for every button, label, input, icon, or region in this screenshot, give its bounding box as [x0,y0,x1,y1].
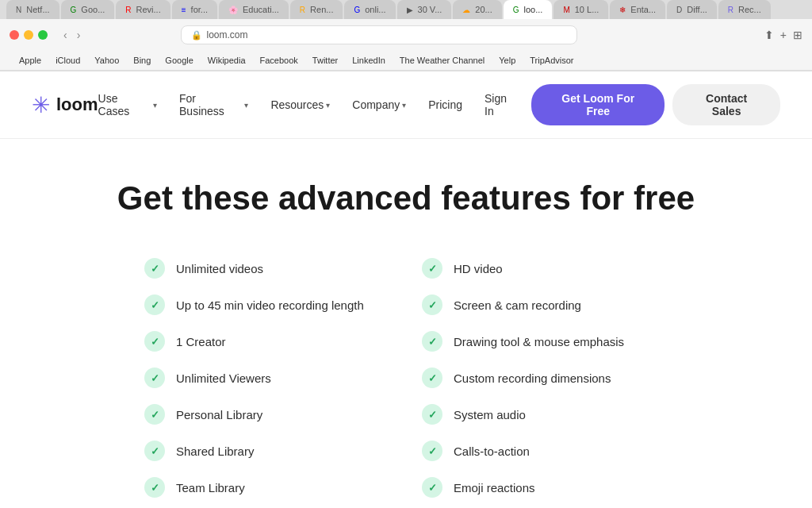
nav-company-label: Company [352,98,400,111]
feature-label: Up to 45 min video recording length [176,298,364,312]
bookmark-label: Apple [19,56,41,65]
tab-rec[interactable]: R Rec... [718,0,771,19]
hero-section: Get these advanced features for free ✓ U… [0,139,812,508]
tab-10l[interactable]: M 10 L... [553,0,608,19]
maximize-button[interactable] [38,30,48,40]
bookmark-tripadvisor[interactable]: TripAdvisor [523,54,580,67]
feature-label: Unlimited videos [176,262,263,275]
bookmark-bing[interactable]: Bing [127,54,157,67]
logo-icon: ✳ [32,92,50,118]
lock-icon: 🔒 [191,30,202,40]
browser-actions: ⬆ + ⊞ [764,29,802,41]
tab-revi[interactable]: R Revi... [116,0,170,19]
bookmark-label: Google [165,56,193,65]
tab-favicon: D [676,6,682,14]
tab-netflix[interactable]: N Netf... [6,0,59,19]
logo-text: loom [56,94,98,115]
tab-label: onli... [365,5,385,14]
features-right-column: ✓ HD video ✓ Screen & cam recording ✓ Dr… [406,250,684,508]
list-item: ✓ Drawing tool & mouse emphasis [406,323,684,360]
tab-label: Diff... [687,5,707,14]
bookmark-label: TripAdvisor [530,56,573,65]
sign-in-button[interactable]: Sign In [485,92,519,117]
tab-label: Goo... [81,5,105,14]
tab-label: Enta... [630,5,656,14]
tab-favicon: M [563,6,569,14]
bookmark-icloud[interactable]: iCloud [49,54,86,67]
forward-button[interactable]: › [74,27,84,43]
nav-company[interactable]: Company ▾ [352,98,406,111]
feature-label: Screen & cam recording [454,298,581,312]
check-circle-icon: ✓ [144,258,165,279]
tab-diff[interactable]: D Diff... [667,0,717,19]
bookmark-label: The Weather Channel [400,56,485,65]
tab-onli[interactable]: G onli... [344,0,395,19]
list-item: ✓ Unlimited Viewers [128,360,406,396]
tab-20[interactable]: ☁ 20... [453,0,501,19]
get-loom-free-button[interactable]: Get Loom For Free [531,84,665,125]
list-item: ✓ Up to 45 min video recording length [128,287,406,323]
check-circle-icon: ✓ [144,404,165,425]
check-circle-icon: ✓ [422,331,442,352]
tab-label: Rec... [738,5,761,14]
tab-favicon: R [728,6,733,14]
feature-label: Personal Library [176,408,262,421]
tab-30v[interactable]: ▶ 30 V... [397,0,452,19]
for-business-arrow-icon: ▾ [244,101,248,110]
bookmark-wikipedia[interactable]: Wikipedia [201,54,252,67]
main-nav: ✳ loom Use Cases ▾ For Business ▾ Resour… [0,71,812,139]
logo[interactable]: ✳ loom [32,92,98,118]
browser-titlebar: ‹ › 🔒 loom.com ⬆ + ⊞ [0,19,812,51]
tab-label: 10 L... [575,5,599,14]
minimize-button[interactable] [24,30,33,40]
website-content: ✳ loom Use Cases ▾ For Business ▾ Resour… [0,71,812,508]
bookmark-facebook[interactable]: Facebook [254,54,304,67]
check-circle-icon: ✓ [422,294,442,315]
tab-label: 30 V... [418,5,442,14]
tab-enta[interactable]: ❄ Enta... [610,0,665,19]
bookmark-google[interactable]: Google [159,54,199,67]
bookmark-yelp[interactable]: Yelp [492,54,522,67]
tab-educ[interactable]: 🌸 Educati... [219,0,289,19]
tab-ren[interactable]: R Ren... [290,0,343,19]
list-item: ✓ System audio [406,396,684,433]
tab-label: 20... [475,5,492,14]
use-cases-arrow-icon: ▾ [153,101,157,110]
nav-resources[interactable]: Resources ▾ [270,98,330,111]
nav-for-business[interactable]: For Business ▾ [179,92,248,117]
nav-for-business-label: For Business [179,92,242,117]
bookmark-label: Yelp [499,56,515,65]
feature-label: 1 Creator [176,335,226,348]
nav-resources-label: Resources [270,98,324,111]
check-circle-icon: ✓ [144,477,165,498]
bookmarks-bar: Apple iCloud Yahoo Bing Google Wikipedia… [0,51,812,71]
back-button[interactable]: ‹ [60,27,71,43]
hero-title: Get these advanced features for free [32,179,780,218]
feature-label: Custom recording dimensions [454,371,611,385]
sidebar-button[interactable]: ⊞ [793,29,802,41]
nav-use-cases[interactable]: Use Cases ▾ [98,92,157,117]
nav-pricing[interactable]: Pricing [428,98,462,111]
address-bar[interactable]: 🔒 loom.com [181,25,577,44]
close-button[interactable] [10,30,19,40]
feature-label: System audio [454,408,526,421]
bookmark-apple[interactable]: Apple [13,54,48,67]
bookmark-yahoo[interactable]: Yahoo [88,54,125,67]
bookmark-twitter[interactable]: Twitter [306,54,344,67]
contact-sales-button[interactable]: Contact Sales [672,84,780,125]
share-button[interactable]: ⬆ [764,29,774,41]
bookmark-weather[interactable]: The Weather Channel [393,54,491,67]
url-text: loom.com [207,29,248,40]
list-item: ✓ Calls-to-action [406,433,684,469]
list-item: ✓ 1 Creator [128,323,406,360]
new-tab-button[interactable]: + [780,29,787,41]
bookmark-linkedin[interactable]: LinkedIn [346,54,392,67]
features-left-column: ✓ Unlimited videos ✓ Up to 45 min video … [128,250,406,508]
tab-loom[interactable]: G loo... [504,0,553,19]
list-item: ✓ Screen & cam recording [406,287,684,323]
tab-google[interactable]: G Goo... [61,0,115,19]
check-circle-icon: ✓ [422,441,442,461]
tab-for[interactable]: ≡ for... [172,0,217,19]
list-item: ✓ Shared Library [128,433,406,469]
check-circle-icon: ✓ [144,441,165,461]
